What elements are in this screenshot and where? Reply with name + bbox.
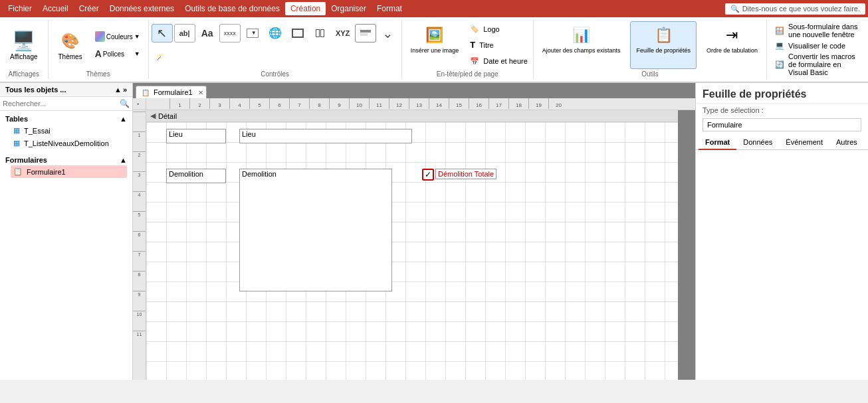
props-tab-donnees[interactable]: Données [736,135,779,150]
props-tab-t[interactable]: T [864,135,868,150]
props-title: Feuille de propriétés [696,83,868,104]
demolition-label[interactable]: Demolition [166,169,226,183]
btn-hyperlink[interactable]: 🌐 [265,24,286,42]
combo-icon: ▼ [247,29,259,38]
btn-couleurs[interactable]: Couleurs ▼ [91,29,144,44]
couleurs-icon [95,31,105,42]
ruler-mark-1: 1 [169,98,189,109]
btn-use-wizards[interactable]: 🪄 [152,51,167,64]
menu-donnees-externes[interactable]: Données externes [104,2,179,15]
btn-button[interactable]: xxxx [219,24,241,42]
btn-combo[interactable]: ▼ [242,24,263,42]
btn-themes[interactable]: 🎨 Thèmes [53,27,88,64]
btn-subform[interactable] [310,24,331,42]
nav-section-formulaires: Formulaires ▲ 📋 Formulaire1 [0,152,132,181]
form-design: ◀ Détail Lieu Lieu [146,110,678,380]
ribbon-group-controles: ↖ ab| Aa xxxx ▼ 🌐 [149,20,402,79]
menu-organiser[interactable]: Organiser [326,2,372,15]
btn-date-heure[interactable]: 📅 Date et heure [467,56,530,67]
ruler-mark-3: 3 [209,98,229,109]
ruler-mark-12: 12 [389,98,409,109]
ruler-mark-9: 9 [329,98,349,109]
checkbox-check: ✓ [425,170,431,179]
btn-polices[interactable]: A Polices ▼ [91,46,144,62]
ruler-mark-7: 7 [289,98,309,109]
nav-item-t-essai[interactable]: ▦ T_Essai [11,124,127,137]
menu-creation[interactable]: Création [285,2,326,15]
lieu-input[interactable]: Lieu [239,129,412,143]
image-icon: 🖼️ [424,25,445,46]
nav-item-t-liste[interactable]: ▦ T_ListeNiveauxDemolition [11,137,127,149]
nav-search-input[interactable] [3,100,117,108]
btn-ajouter-champs[interactable]: 📊 Ajouter des champs existants [536,21,627,69]
nav-menu-icon[interactable]: » [123,86,127,94]
menu-fichier[interactable]: Fichier [3,2,37,15]
form-section-detail: ◀ Détail [146,110,678,122]
btn-logo[interactable]: 🏷️ Logo [467,23,530,35]
ruler-mark-19: 19 [528,98,548,109]
logo-icon: 🏷️ [470,25,479,33]
btn-feuille-props[interactable]: 📋 Feuille de propriétés [630,21,697,69]
hint-bar[interactable]: 🔍 Dites-nous ce que vous voulez faire. [725,3,865,15]
btn-convertir-macros[interactable]: 🔄 Convertir les macros de formulaire en … [772,51,863,78]
btn-rectangle[interactable] [287,24,308,42]
btn-textbox[interactable]: ab| [174,24,195,42]
titre-icon: T [470,40,475,50]
menu-accueil[interactable]: Accueil [37,2,74,15]
btn-visualiser-code[interactable]: 💻 Visualiser le code [772,40,863,51]
demolition-checkbox[interactable]: ✓ [422,169,434,181]
menu-creer[interactable]: Créer [74,2,104,15]
btn-affichage[interactable]: 🖥️ Affichage [4,27,44,64]
ruler-mark-4: 4 [229,98,249,109]
main-area: Tous les objets ... ▲ » 🔍 Tables ▲ ▦ T_E… [0,83,868,380]
btn-titre[interactable]: T Titre [467,39,530,51]
props-tab-format[interactable]: Format [699,135,736,150]
ruler-mark-16: 16 [469,98,488,109]
props-tab-evenement[interactable]: Événement [779,135,829,150]
ruler-mark [160,98,169,109]
vmark-4: 4 [133,191,146,211]
ruler-mark-11: 11 [369,98,389,109]
btn-more-controls[interactable]: ⌄ [378,24,399,42]
chevron-down-icon: ▼ [134,33,140,40]
doc-tab-formulaire1[interactable]: 📋 Formulaire1 ✕ [136,86,207,98]
tab-close-button[interactable]: ✕ [198,89,203,96]
vmark-0 [133,112,146,131]
nav-pane: Tous les objets ... ▲ » 🔍 Tables ▲ ▦ T_E… [0,83,133,380]
ruler-container: ▪ 1 2 3 4 5 6 7 8 9 10 11 [133,98,695,110]
search-icon: 🔍 [120,99,130,108]
nav-header: Tous les objets ... ▲ » [0,83,132,97]
btn-scroll[interactable] [355,24,376,42]
code-icon: 💻 [775,41,784,50]
form-icon: 📋 [13,167,23,176]
form-grid[interactable]: Lieu Lieu Demolition [146,122,678,380]
demolition-totale-label[interactable]: Démolition Totale [435,169,496,179]
nav-item-formulaire1[interactable]: 📋 Formulaire1 [11,165,127,178]
top-ruler: 1 2 3 4 5 6 7 8 9 10 11 12 13 14 [146,98,685,110]
hint-icon: 🔍 [730,5,740,13]
btn-xyz[interactable]: XYZ [332,24,354,42]
table-icon: ▦ [13,126,20,135]
lieu-label[interactable]: Lieu [166,129,226,143]
btn-sous-formulaire[interactable]: 🪟 Sous-formulaire dans une nouvelle fenê… [772,21,863,40]
ribbon-content: 🖥️ Affichage Affichages 🎨 Thèmes Couleur… [0,17,868,82]
ribbon-group-themes: 🎨 Thèmes Couleurs ▼ A Polices ▼ [49,20,149,79]
menu-format[interactable]: Format [372,2,407,15]
subform-icon [316,29,324,37]
ribbon-group-entete: 🖼️ Insérer une image 🏷️ Logo T Titre 📅 D… [402,20,534,79]
props-tab-autres[interactable]: Autres [829,135,864,150]
props-value-box[interactable]: Formulaire [703,118,861,131]
btn-label[interactable]: Aa [197,24,218,42]
btn-inserer-image[interactable]: 🖼️ Insérer une image [405,21,465,69]
nav-expand-icon[interactable]: ▲ [114,86,122,94]
tables-section-header[interactable]: Tables ▲ [5,114,127,124]
vmark-2: 2 [133,151,146,171]
menu-outils-bdd[interactable]: Outils de base de données [179,2,285,15]
formulaires-section-header[interactable]: Formulaires ▲ [5,155,127,165]
ruler-marks: 1 2 3 4 5 6 7 8 9 10 11 12 13 14 [160,98,568,110]
demolition-input[interactable]: Demolition [239,169,392,291]
btn-cursor[interactable]: ↖ [152,24,173,42]
btn-ordre-tabulation[interactable]: ⇥ Ordre de tabulation [701,21,764,69]
ruler-mark-13: 13 [409,98,429,109]
form-canvas[interactable]: ◀ Détail Lieu Lieu [146,110,695,380]
